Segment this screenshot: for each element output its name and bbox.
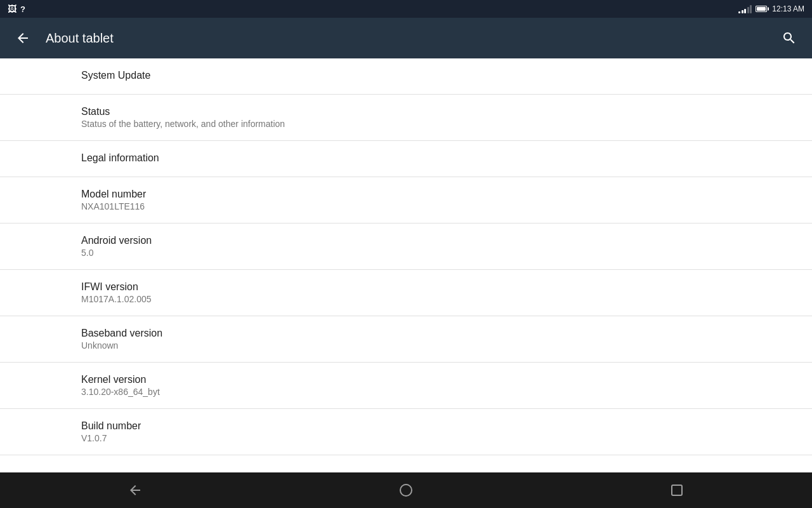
status-time: 12:13 AM	[772, 4, 804, 13]
settings-item-model-number: Model number NXA101LTE116	[0, 177, 812, 224]
settings-item-title: Android version	[81, 235, 731, 246]
back-button[interactable]	[10, 25, 36, 51]
settings-item-legal-information[interactable]: Legal information	[0, 141, 812, 177]
svg-rect-1	[672, 485, 682, 495]
status-bar-right: 12:13 AM	[738, 4, 804, 13]
settings-item-subtitle: Unknown	[81, 340, 731, 351]
info-icon: ?	[20, 4, 25, 14]
settings-item-build-number[interactable]: Build number V1.0.7	[0, 409, 812, 455]
settings-item-subtitle: 3.10.20-x86_64_byt	[81, 387, 731, 397]
app-bar: About tablet	[0, 18, 812, 58]
nav-back-button[interactable]	[116, 478, 154, 503]
settings-item-status[interactable]: Status Status of the battery, network, a…	[0, 95, 812, 141]
nav-recent-button[interactable]	[658, 478, 696, 503]
nav-home-button[interactable]	[387, 478, 425, 503]
settings-item-system-update[interactable]: System Update	[0, 58, 812, 95]
settings-item-subtitle: V1.0.7	[81, 433, 731, 443]
app-bar-title: About tablet	[46, 31, 776, 46]
svg-point-0	[400, 485, 412, 496]
settings-item-title: Legal information	[81, 152, 731, 164]
settings-item-subtitle: NXA101LTE116	[81, 201, 731, 211]
battery-icon	[756, 6, 767, 12]
picture-icon: 🖼	[8, 4, 16, 14]
settings-item-title: Build number	[81, 420, 731, 432]
status-bar-left-icons: 🖼 ?	[8, 4, 25, 14]
back-arrow-icon	[15, 30, 30, 46]
signal-icon	[738, 4, 752, 13]
settings-item-title: Model number	[81, 189, 731, 200]
settings-content: System Update Status Status of the batte…	[0, 58, 812, 472]
settings-item-baseband-version: Baseband version Unknown	[0, 316, 812, 363]
search-button[interactable]	[776, 25, 802, 51]
nav-bar	[0, 472, 812, 508]
settings-item-subtitle: Status of the battery, network, and othe…	[81, 119, 731, 129]
settings-item-title: Kernel version	[81, 374, 731, 385]
settings-item-title: IFWI version	[81, 281, 731, 293]
settings-item-title: Status	[81, 106, 731, 117]
settings-item-subtitle: M1017A.1.02.005	[81, 294, 731, 304]
settings-item-title: Baseband version	[81, 328, 731, 339]
status-bar: 🖼 ? 12:13 AM	[0, 0, 812, 18]
nav-recent-icon	[670, 483, 684, 497]
nav-home-icon	[398, 483, 414, 498]
settings-item-title: System Update	[81, 70, 731, 81]
settings-item-subtitle: 5.0	[81, 248, 731, 258]
settings-item-kernel-version: Kernel version 3.10.20-x86_64_byt	[0, 363, 812, 409]
settings-item-android-version: Android version 5.0	[0, 224, 812, 270]
search-icon	[782, 30, 797, 46]
settings-item-ifwi-version: IFWI version M1017A.1.02.005	[0, 270, 812, 316]
nav-back-icon	[128, 483, 143, 498]
